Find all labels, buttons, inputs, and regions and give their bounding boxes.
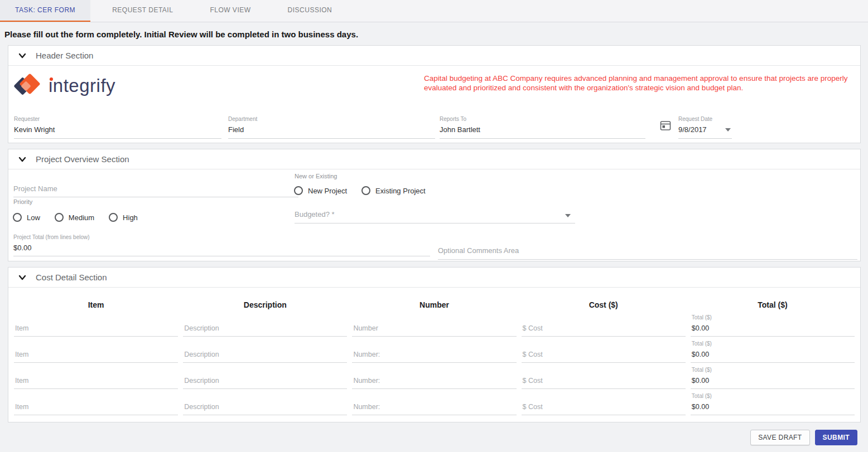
description-input[interactable]: Description [183,377,347,389]
tab-task-cer-form[interactable]: TASK: CER FORM [0,0,90,22]
save-draft-button[interactable]: SAVE DRAFT [750,430,809,445]
optional-comments-placeholder: Optional Comments Area [438,246,519,255]
total-value: $0.00 [692,324,853,333]
dropdown-caret-icon[interactable] [565,214,571,217]
column-header-number: Number [352,300,516,309]
total-mini-label: Total ($) [692,339,853,348]
total-field: Total ($) $0.00 [691,339,855,363]
cost-detail-titlebar[interactable]: Cost Detail Section [8,268,860,288]
cost-row-4: Item Description Number: $ Cost Total ($… [14,389,855,415]
total-mini-label: Total ($) [692,313,853,322]
priority-high-radio[interactable] [109,213,118,222]
requester-label: Requester [14,116,221,122]
description-input[interactable]: Description [183,403,347,415]
department-field[interactable]: Department Field [228,116,435,139]
column-header-cost: Cost ($) [522,300,686,309]
new-project-radio[interactable] [294,186,303,195]
priority-medium-label[interactable]: Medium [69,213,94,222]
project-overview-card: Project Overview Section Project Name Ne… [8,149,861,261]
new-project-radio-label[interactable]: New Project [308,187,347,195]
item-input[interactable]: Item [14,377,178,389]
number-input[interactable]: Number: [352,403,516,415]
tab-request-detail[interactable]: REQUEST DETAIL [97,0,188,22]
total-mini-label: Total ($) [692,392,853,400]
description-input[interactable]: Description [183,351,347,363]
priority-label: Priority [13,198,32,205]
total-field: Total ($) $0.00 [691,366,855,389]
requester-field[interactable]: Requester Kevin Wright [14,116,221,139]
number-input[interactable]: Number [352,324,516,337]
request-date-field[interactable]: Request Date 9/8/2017 [678,116,732,139]
chevron-down-icon[interactable] [18,51,27,60]
calendar-icon[interactable] [659,119,672,134]
priority-low-label[interactable]: Low [27,213,40,222]
cost-row-2: Item Description Number: $ Cost Total ($… [14,337,855,363]
priority-high-label[interactable]: High [123,213,138,222]
total-value: $0.00 [692,377,853,385]
logo-i-dot [50,77,53,81]
cost-input[interactable]: $ Cost [522,403,686,415]
form-actions: SAVE DRAFT SUBMIT [0,430,857,445]
tab-flow-view[interactable]: FLOW VIEW [195,0,266,22]
cost-row-3: Item Description Number: $ Cost Total ($… [14,363,855,389]
column-header-total: Total ($) [691,300,855,309]
cost-input[interactable]: $ Cost [522,377,686,389]
tab-discussion[interactable]: DISCUSSION [273,0,348,22]
reports-to-field[interactable]: Reports To John Bartlett [440,116,645,139]
existing-project-radio-label[interactable]: Existing Project [375,187,426,195]
cost-row-1: Item Description Number $ Cost Total ($)… [14,310,855,337]
form-instruction: Please fill out the form completely. Ini… [0,22,868,45]
budgeted-select[interactable]: Budgeted? * [295,209,575,223]
dropdown-caret-icon[interactable] [725,128,731,132]
number-input[interactable]: Number: [352,377,516,389]
item-input[interactable]: Item [14,351,178,363]
department-value[interactable]: Field [228,126,435,134]
section-title: Project Overview Section [36,154,129,164]
description-input[interactable]: Description [183,324,347,337]
reports-to-value[interactable]: John Bartlett [440,126,645,134]
chevron-down-icon[interactable] [18,273,27,282]
integrify-logo-icon [13,72,44,100]
project-overview-titlebar[interactable]: Project Overview Section [8,149,860,169]
header-section-titlebar[interactable]: Header Section [8,46,860,66]
item-input[interactable]: Item [14,324,178,337]
total-value: $0.00 [692,403,853,411]
project-total-label: Project Total (from lines below) [13,234,430,240]
reports-to-label: Reports To [440,116,645,122]
header-section-card: Header Section integrify Capital budgeti… [8,45,861,143]
cost-detail-card: Cost Detail Section Item Description Num… [8,267,861,422]
cost-input[interactable]: $ Cost [522,324,686,337]
column-header-description: Description [183,300,347,309]
request-date-label: Request Date [678,116,732,122]
project-name-input[interactable]: Project Name [13,183,298,197]
department-label: Department [228,116,435,122]
requester-value[interactable]: Kevin Wright [14,126,221,134]
cost-table-header: Item Description Number Cost ($) Total (… [14,288,855,309]
column-header-item: Item [14,300,178,309]
project-total-field[interactable]: Project Total (from lines below) $0.00 [13,234,430,256]
chevron-down-icon[interactable] [18,155,27,164]
optional-comments-input[interactable]: Optional Comments Area [438,245,857,260]
priority-medium-radio[interactable] [55,213,64,222]
priority-radio-group: Low Medium High [13,213,152,222]
submit-button[interactable]: SUBMIT [815,430,857,445]
project-name-placeholder: Project Name [13,184,57,193]
existing-project-radio[interactable] [361,186,370,195]
new-or-existing-label: New or Existing [295,173,337,179]
tab-bar: TASK: CER FORM REQUEST DETAIL FLOW VIEW … [0,0,868,22]
total-field: Total ($) $0.00 [691,392,855,415]
priority-low-radio[interactable] [13,213,22,222]
integrify-logo-text: integrify [49,72,115,100]
total-field: Total ($) $0.00 [691,313,855,337]
total-mini-label: Total ($) [692,366,853,374]
new-or-existing-radio-group: New Project Existing Project [294,186,440,195]
item-input[interactable]: Item [14,403,178,415]
number-input[interactable]: Number: [352,351,516,363]
total-value: $0.00 [692,351,853,359]
section-title: Header Section [36,51,93,60]
capital-budgeting-notice: Capital budgeting at ABC Company require… [424,74,852,93]
integrify-logo: integrify [13,72,115,100]
budgeted-placeholder: Budgeted? * [295,210,335,218]
request-date-value[interactable]: 9/8/2017 [678,126,732,134]
cost-input[interactable]: $ Cost [522,351,686,363]
